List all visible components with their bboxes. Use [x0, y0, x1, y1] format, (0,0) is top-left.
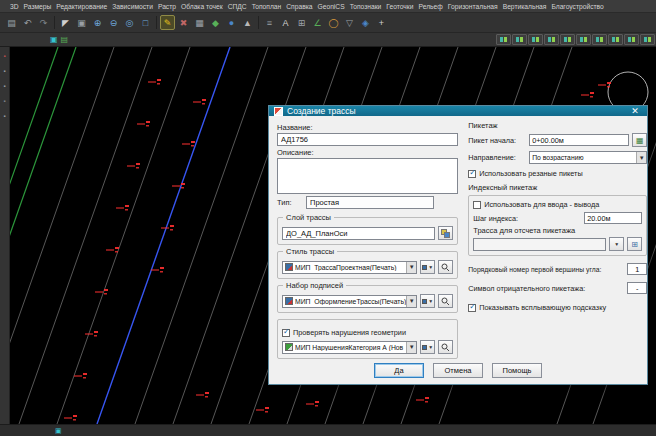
menu-grip-icon[interactable]: ▤: [4, 15, 19, 30]
zoom-extents-icon[interactable]: ◎: [122, 15, 137, 30]
violation-picker-button[interactable]: ▼: [420, 340, 435, 354]
menu-item[interactable]: GeoniCS: [318, 3, 345, 10]
zoom-out-icon[interactable]: ⊖: [106, 15, 121, 30]
chevron-down-icon[interactable]: ▼: [406, 262, 416, 273]
hatch-icon[interactable]: ▦: [192, 15, 207, 30]
zoom-window-icon[interactable]: □: [138, 15, 153, 30]
layer-state-button[interactable]: [496, 34, 511, 45]
chevron-down-icon[interactable]: ▼: [406, 296, 416, 307]
layer-state-button[interactable]: [576, 34, 591, 45]
direction-combo[interactable]: По возрастанию ▼: [529, 151, 647, 164]
labelset-combo[interactable]: МИП_ОформлениеТрассы(Печать) ▼: [282, 295, 417, 308]
description-input[interactable]: [277, 158, 458, 194]
layer-select-button[interactable]: [438, 226, 453, 240]
style-picker-button[interactable]: ▼: [420, 260, 435, 274]
tool-icon[interactable]: ▪: [3, 68, 5, 74]
style-edit-button[interactable]: [438, 260, 453, 274]
station-pick-button[interactable]: ▦: [632, 133, 647, 147]
menu-item[interactable]: Облака точек: [181, 3, 223, 10]
dialog-titlebar[interactable]: Создание трассы ✕: [269, 106, 647, 116]
cancel-button[interactable]: Отмена: [433, 363, 483, 378]
menu-item[interactable]: Вертикальная: [503, 3, 547, 10]
chevron-down-icon[interactable]: ▼: [406, 342, 416, 353]
style-group: Стиль трассы МИП_ТрассаПроектная(Печать)…: [277, 251, 458, 279]
menu-item[interactable]: Геоточки: [386, 3, 413, 10]
menu-item[interactable]: Рельеф: [419, 3, 443, 10]
violation-edit-button[interactable]: [438, 340, 453, 354]
check-geometry-checkbox[interactable]: ✓ Проверять нарушения геометрии: [282, 328, 453, 337]
type-field: [306, 196, 434, 209]
start-station-input[interactable]: [529, 134, 629, 146]
style-combo[interactable]: МИП_ТрассаПроектная(Печать) ▼: [282, 261, 417, 274]
menu-item[interactable]: Топоплан: [252, 3, 282, 10]
circle-icon[interactable]: ●: [224, 15, 239, 30]
layer-state-button[interactable]: [640, 34, 655, 45]
violation-style-combo[interactable]: МИП НарушенияКатегория А (Нов ▼: [282, 341, 417, 354]
status-model-icon[interactable]: ▣: [55, 427, 62, 435]
triangle-icon[interactable]: ▲: [240, 15, 255, 30]
pan-icon[interactable]: ▣: [74, 15, 89, 30]
broken-station-checkbox[interactable]: ✓ Использовать резаные пикеты: [468, 169, 647, 178]
erase-icon[interactable]: ✖: [176, 15, 191, 30]
tool-icon[interactable]: ▪: [3, 83, 5, 89]
point-icon[interactable]: ◆: [208, 15, 223, 30]
down-triangle-icon[interactable]: ▽: [342, 15, 357, 30]
left-tool-strip: ▪▪▪▪▪: [0, 47, 10, 424]
view-cube-icon[interactable]: ▣: [50, 36, 58, 44]
ok-button[interactable]: Да: [374, 363, 424, 378]
layer-swatch-icon: [612, 37, 615, 42]
layer-swatch-icon: [600, 37, 603, 42]
layer-state-button[interactable]: [608, 34, 623, 45]
menu-item[interactable]: Растр: [158, 3, 176, 10]
ref-dropdown-button[interactable]: ▼: [609, 237, 624, 251]
layer-state-button[interactable]: [560, 34, 575, 45]
draw-pencil-icon[interactable]: ✎: [160, 15, 175, 30]
layer-state-button[interactable]: [544, 34, 559, 45]
tool-icon[interactable]: ▪: [3, 98, 5, 104]
layers-icon[interactable]: ≡: [262, 15, 277, 30]
menu-item[interactable]: Благоустройство: [551, 3, 603, 10]
labelset-picker-button[interactable]: ▼: [420, 294, 435, 308]
circle-orange-icon[interactable]: ◯: [326, 15, 341, 30]
tooltip-checkbox[interactable]: ✓ Показывать всплывающую подсказку: [468, 303, 647, 312]
layer-state-button[interactable]: [624, 34, 639, 45]
help-button[interactable]: Помощь: [492, 363, 542, 378]
undo-icon[interactable]: ↶: [20, 15, 35, 30]
plus-icon[interactable]: +: [374, 15, 389, 30]
labelset-edit-button[interactable]: [438, 294, 453, 308]
layer-field[interactable]: [282, 227, 435, 240]
ref-pick-button[interactable]: ⊞: [627, 237, 642, 251]
layer-state-button[interactable]: [592, 34, 607, 45]
menu-item[interactable]: Справка: [286, 3, 312, 10]
index-step-input[interactable]: [584, 212, 642, 224]
menu-item[interactable]: Зависимости: [112, 3, 153, 10]
chevron-down-icon[interactable]: ▼: [636, 152, 646, 163]
menu-item[interactable]: 3D: [10, 3, 19, 10]
tool-icon[interactable]: ▪: [3, 113, 5, 119]
menu-item[interactable]: Размеры: [24, 3, 52, 10]
view-list-icon[interactable]: ▤: [61, 36, 69, 44]
layers-icon: [441, 229, 450, 238]
diamond-icon[interactable]: ◈: [358, 15, 373, 30]
layer-state-button[interactable]: [528, 34, 543, 45]
grid-icon: ⊞: [631, 240, 638, 249]
name-input[interactable]: [277, 133, 458, 146]
menu-item[interactable]: Редактирование: [56, 3, 107, 10]
text-icon[interactable]: A: [278, 15, 293, 30]
vertex-number-input[interactable]: [627, 263, 647, 275]
menu-item[interactable]: Горизонтальная: [448, 3, 498, 10]
cursor-icon[interactable]: ◤: [58, 15, 73, 30]
table-icon[interactable]: ⊞: [294, 15, 309, 30]
ref-alignment-combo[interactable]: [473, 238, 606, 251]
redo-icon[interactable]: ↷: [36, 15, 51, 30]
menu-item[interactable]: СПДС: [228, 3, 247, 10]
close-icon[interactable]: ✕: [628, 106, 642, 116]
angle-measure-icon[interactable]: ∠: [310, 15, 325, 30]
layer-state-button[interactable]: [512, 34, 527, 45]
zoom-in-icon[interactable]: ⊕: [90, 15, 105, 30]
layer-swatch-icon: [632, 37, 635, 42]
menu-item[interactable]: Топознаки: [350, 3, 382, 10]
io-checkbox[interactable]: Использовать для ввода - вывода: [473, 200, 642, 209]
negative-symbol-input[interactable]: [627, 282, 647, 294]
tool-red-icon[interactable]: ▪: [3, 53, 5, 59]
